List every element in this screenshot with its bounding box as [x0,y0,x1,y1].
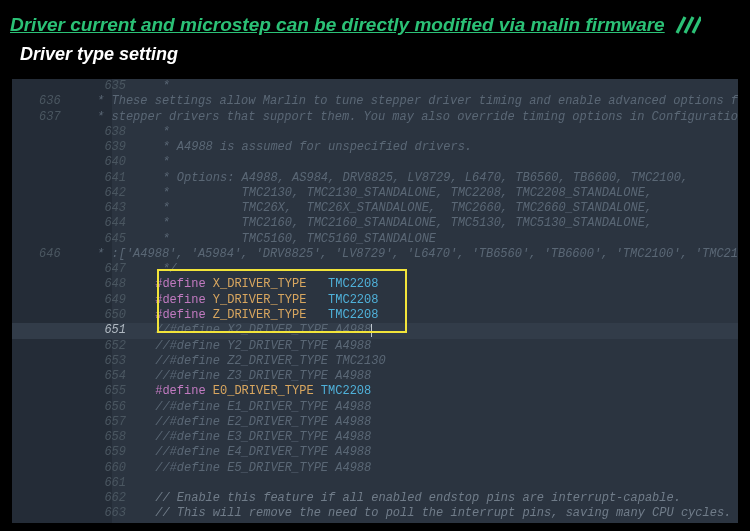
line-number: 645 [12,232,142,247]
line-number: 656 [12,400,142,415]
slash-icon [673,15,701,35]
line-number: 650 [12,308,142,323]
code-line[interactable]: 658 //#define E3_DRIVER_TYPE A4988 [12,430,738,445]
line-number: 654 [12,369,142,384]
code-content: #define Z_DRIVER_TYPE TMC2208 [142,308,378,323]
line-number: 663 [12,506,142,521]
code-line[interactable]: 662 // Enable this feature if all enable… [12,491,738,506]
line-number: 649 [12,293,142,308]
code-line[interactable]: 649 #define Y_DRIVER_TYPE TMC2208 [12,293,738,308]
code-line[interactable]: 659 //#define E4_DRIVER_TYPE A4988 [12,445,738,460]
code-content: //#define Y2_DRIVER_TYPE A4988 [142,339,371,354]
code-line[interactable]: 657 //#define E2_DRIVER_TYPE A4988 [12,415,738,430]
code-content: * [142,155,170,170]
code-line[interactable]: 647 */ [12,262,738,277]
section-subtitle: Driver type setting [0,42,750,75]
code-line[interactable]: 643 * TMC26X, TMC26X_STANDALONE, TMC2660… [12,201,738,216]
line-number: 644 [12,216,142,231]
page-header: Driver current and microstep can be dire… [0,0,750,42]
code-line[interactable]: 637 * stepper drivers that support them.… [12,110,738,125]
code-content: //#define Z3_DRIVER_TYPE A4988 [142,369,371,384]
line-number: 646 [12,247,77,262]
code-content: //#define Z2_DRIVER_TYPE TMC2130 [142,354,386,369]
code-content: //#define E5_DRIVER_TYPE A4988 [142,461,371,476]
code-content: //#define E1_DRIVER_TYPE A4988 [142,400,371,415]
code-line[interactable]: 656 //#define E1_DRIVER_TYPE A4988 [12,400,738,415]
code-content: // Enable this feature if all enabled en… [142,491,681,506]
line-number: 662 [12,491,142,506]
code-line[interactable]: 639 * A4988 is assumed for unspecified d… [12,140,738,155]
code-content: * [142,79,170,94]
line-number: 659 [12,445,142,460]
code-content: //#define E4_DRIVER_TYPE A4988 [142,445,371,460]
code-content: * TMC2160, TMC2160_STANDALONE, TMC5130, … [142,216,652,231]
code-line[interactable]: 660 //#define E5_DRIVER_TYPE A4988 [12,461,738,476]
line-number: 637 [12,110,77,125]
code-content: * [142,125,170,140]
code-line[interactable]: 655 #define E0_DRIVER_TYPE TMC2208 [12,384,738,399]
line-number: 647 [12,262,142,277]
line-number: 653 [12,354,142,369]
header-title-link[interactable]: Driver current and microstep can be dire… [10,14,665,36]
line-number: 636 [12,94,77,109]
line-number: 651 [12,323,142,338]
code-line[interactable]: 654 //#define Z3_DRIVER_TYPE A4988 [12,369,738,384]
code-lines-container: 635 *636 * These settings allow Marlin t… [12,79,738,522]
code-line[interactable]: 646 * :['A4988', 'A5984', 'DRV8825', 'LV… [12,247,738,262]
code-content: * TMC2130, TMC2130_STANDALONE, TMC2208, … [142,186,652,201]
code-content: //#define E2_DRIVER_TYPE A4988 [142,415,371,430]
code-line[interactable]: 651 //#define X2_DRIVER_TYPE A4988 [12,323,738,338]
code-line[interactable]: 636 * These settings allow Marlin to tun… [12,94,738,109]
line-number: 657 [12,415,142,430]
line-number: 658 [12,430,142,445]
code-editor[interactable]: 635 *636 * These settings allow Marlin t… [12,79,738,523]
code-line[interactable]: 644 * TMC2160, TMC2160_STANDALONE, TMC51… [12,216,738,231]
code-line[interactable]: 648 #define X_DRIVER_TYPE TMC2208 [12,277,738,292]
line-number: 652 [12,339,142,354]
line-number: 642 [12,186,142,201]
code-content [142,476,148,491]
line-number: 635 [12,79,142,94]
code-line[interactable]: 640 * [12,155,738,170]
line-number: 641 [12,171,142,186]
line-number: 638 [12,125,142,140]
code-line[interactable]: 653 //#define Z2_DRIVER_TYPE TMC2130 [12,354,738,369]
code-line[interactable]: 645 * TMC5160, TMC5160_STANDALONE [12,232,738,247]
code-line[interactable]: 661 [12,476,738,491]
code-content: * A4988 is assumed for unspecified drive… [142,140,472,155]
code-content: //#define E3_DRIVER_TYPE A4988 [142,430,371,445]
code-content: * :['A4988', 'A5984', 'DRV8825', 'LV8729… [77,247,738,262]
code-content: #define X_DRIVER_TYPE TMC2208 [142,277,378,292]
svg-line-1 [685,17,693,33]
line-number: 661 [12,476,142,491]
code-line[interactable]: 650 #define Z_DRIVER_TYPE TMC2208 [12,308,738,323]
svg-line-2 [693,17,701,33]
code-content: * Options: A4988, AS984, DRV8825, LV8729… [142,171,688,186]
code-content: * stepper drivers that support them. You… [77,110,738,125]
line-number: 660 [12,461,142,476]
code-line[interactable]: 635 * [12,79,738,94]
code-line[interactable]: 642 * TMC2130, TMC2130_STANDALONE, TMC22… [12,186,738,201]
code-content: #define Y_DRIVER_TYPE TMC2208 [142,293,378,308]
code-content: * TMC26X, TMC26X_STANDALONE, TMC2660, TM… [142,201,652,216]
line-number: 648 [12,277,142,292]
svg-line-0 [677,17,685,33]
line-number: 655 [12,384,142,399]
code-content: // This will remove the need to poll the… [142,506,731,521]
code-content: #define E0_DRIVER_TYPE TMC2208 [142,384,371,399]
code-content: * These settings allow Marlin to tune st… [77,94,738,109]
code-content: * TMC5160, TMC5160_STANDALONE [142,232,436,247]
code-line[interactable]: 641 * Options: A4988, AS984, DRV8825, LV… [12,171,738,186]
code-content: //#define X2_DRIVER_TYPE A4988 [142,323,372,338]
line-number: 640 [12,155,142,170]
line-number: 643 [12,201,142,216]
code-line[interactable]: 663 // This will remove the need to poll… [12,506,738,521]
line-number: 639 [12,140,142,155]
code-content: */ [142,262,177,277]
code-line[interactable]: 652 //#define Y2_DRIVER_TYPE A4988 [12,339,738,354]
code-line[interactable]: 638 * [12,125,738,140]
